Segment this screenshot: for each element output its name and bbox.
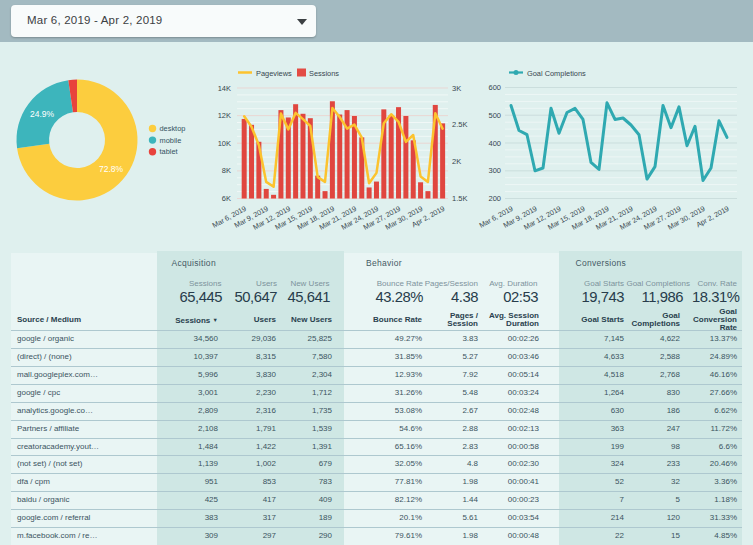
svg-text:Goal Completions: Goal Completions [527,69,586,78]
svg-text:10K: 10K [218,139,231,148]
svg-text:6K: 6K [222,194,231,203]
svg-text:24.9%: 24.9% [30,109,55,119]
svg-text:Pageviews: Pageviews [256,69,292,78]
svg-text:2.5K: 2.5K [452,120,467,129]
svg-text:tablet: tablet [160,147,178,156]
svg-text:400: 400 [488,139,501,148]
svg-text:500: 500 [488,111,501,120]
svg-text:1.5K: 1.5K [452,194,467,203]
svg-text:2K: 2K [452,157,461,166]
svg-text:300: 300 [488,166,501,175]
svg-text:600: 600 [488,83,501,92]
svg-text:mobile: mobile [160,136,182,145]
svg-text:200: 200 [488,194,501,203]
svg-text:Sessions: Sessions [309,69,339,78]
svg-text:14K: 14K [218,84,231,93]
svg-text:8K: 8K [222,166,231,175]
svg-text:72.8%: 72.8% [99,164,124,174]
svg-text:12K: 12K [218,111,231,120]
svg-text:3K: 3K [452,84,461,93]
svg-text:desktop: desktop [160,124,186,133]
